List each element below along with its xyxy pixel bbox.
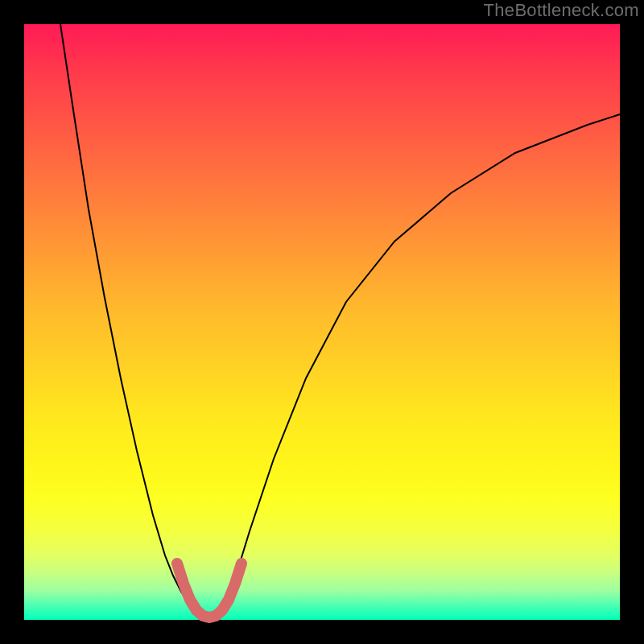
watermark-label: TheBottleneck.com	[484, 0, 639, 21]
curve-left	[60, 24, 197, 612]
plot-area	[24, 24, 620, 620]
chart-svg	[24, 24, 620, 620]
curve-right	[221, 114, 620, 612]
min-marker-icon	[177, 564, 242, 617]
chart-frame: TheBottleneck.com	[0, 0, 644, 644]
